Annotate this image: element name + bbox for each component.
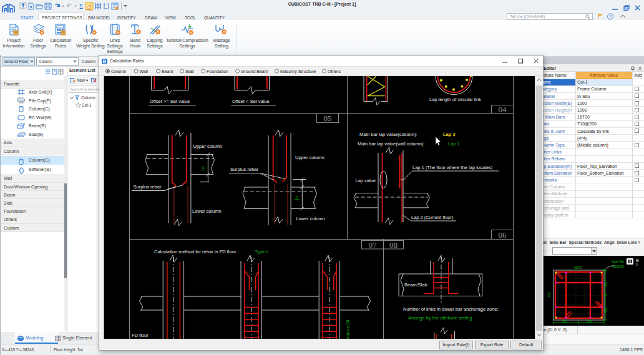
svg-text:Wastage: Wastage [213,38,230,43]
svg-text:Weight Setting: Weight Setting [76,44,105,49]
svg-text:n: n [202,165,205,170]
svg-text:Σ: Σ [79,2,83,10]
svg-text:Specific: Specific [83,38,99,43]
svg-text:Rules: Rules [55,44,66,48]
svg-text:Main bar lap value(column):: Main bar lap value(column): [359,132,417,137]
svg-text:06: 06 [499,230,507,240]
svg-text:Lap value: Lap value [355,178,376,183]
svg-text:Lap 2 (Current floor): Lap 2 (Current floor) [411,215,454,220]
svg-text:Beam/Slab: Beam/Slab [404,282,427,288]
svg-text:Type b: Type b [255,249,269,255]
svg-text:Arrange by the attribute setti: Arrange by the attribute setting [408,315,472,321]
svg-text:Settings: Settings [179,44,195,49]
svg-text:07: 07 [369,240,378,250]
svg-text:Setting: Setting [215,44,228,49]
svg-text:Information: Information [2,44,24,48]
svg-text:Settings: Settings [147,44,163,49]
svg-text:stance:50: stance:50 [346,320,350,339]
svg-text:Links: Links [110,38,120,42]
svg-text:500: 500 [604,308,607,313]
svg-text:Settings: Settings [107,44,123,49]
svg-text:Lower column: Lower column [296,216,325,221]
svg-text:Foundation: Foundation [207,69,228,74]
svg-text:Upper column: Upper column [295,155,324,160]
svg-text:Settings: Settings [107,49,123,54]
svg-text:Tension/Compression: Tension/Compression [166,38,208,43]
svg-text:Lap length of circular link: Lap length of circular link [429,97,481,102]
svg-text:Column: Column [111,69,126,74]
svg-text:n: n [296,195,298,199]
svg-text:500: 500 [548,292,551,297]
svg-text:Lap 1 (The floor where the lap: Lap 1 (The floor where the lap locates) [412,165,493,170]
svg-text:500*2: 500*2 [574,266,582,270]
svg-text:Calculation: Calculation [50,38,72,42]
svg-text:Surplus rebar: Surplus rebar [134,184,162,190]
svg-text:Wall: Wall [140,69,149,74]
svg-text:Beam: Beam [162,69,173,74]
svg-text:05: 05 [324,114,332,123]
svg-text:Offset >= Set value: Offset >= Set value [150,99,190,104]
svg-text:Hook: Hook [130,44,141,48]
svg-text:Bend: Bend [130,38,140,42]
svg-text:Floor: Floor [33,38,44,42]
svg-text:Masonry Structure: Masonry Structure [280,69,316,74]
svg-text:04: 04 [499,105,507,114]
svg-text:500: 500 [604,282,607,287]
svg-text:Settings: Settings [30,44,46,49]
svg-text:Calculation method for rebar i: Calculation method for rebar in FD floor… [154,249,237,255]
svg-text:FD floor: FD floor [132,333,149,338]
svg-text:Main bar lap value(wall column: Main bar lap value(wall column): [358,141,425,147]
svg-text:Super Bar: Super Bar [612,260,625,263]
svg-text:Slab: Slab [185,69,194,74]
svg-text:Project: Project [7,38,21,43]
svg-text:Surplus rebar: Surplus rebar [230,167,259,172]
svg-text:Lap 1: Lap 1 [448,141,460,147]
svg-text:Upper column: Upper column [193,143,223,149]
svg-text:▯: ▯ [636,262,638,266]
svg-text:Ground Beam: Ground Beam [241,69,268,74]
svg-text:Lap 2: Lap 2 [443,132,456,137]
svg-text:500: 500 [562,320,567,323]
svg-text:Number of links in dowel bar a: Number of links in dowel bar anchorage z… [403,306,499,312]
svg-text:Lapping: Lapping [147,38,163,43]
svg-text:Others: Others [328,69,341,74]
svg-text:?: ? [609,14,612,19]
svg-text:500: 500 [587,320,592,323]
svg-text:08: 08 [389,240,398,250]
svg-text:Lower column: Lower column [192,208,222,214]
svg-text:Offset < Set value: Offset < Set value [232,99,270,104]
